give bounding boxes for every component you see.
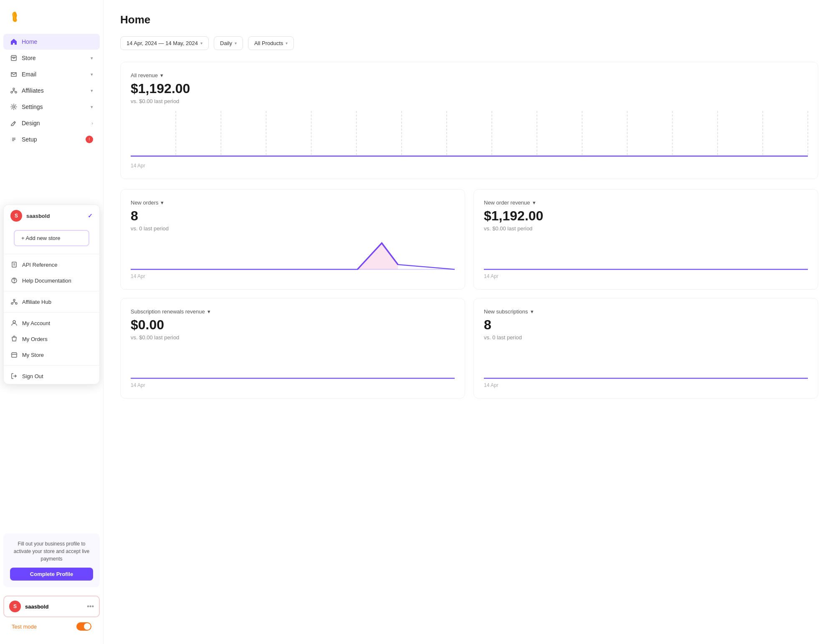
logo[interactable] bbox=[0, 7, 103, 33]
chevron-down-icon: ▾ bbox=[91, 56, 93, 61]
complete-profile-button[interactable]: Complete Profile bbox=[10, 568, 93, 581]
svg-point-8 bbox=[11, 303, 13, 304]
chevron-down-icon: ▾ bbox=[91, 104, 93, 110]
sidebar-item-affiliates[interactable]: Affiliates ▾ bbox=[3, 83, 100, 98]
subscription-renewals-label[interactable]: Subscription renewals revenue ▾ bbox=[131, 308, 455, 315]
period-filter[interactable]: Daily ▾ bbox=[214, 36, 243, 50]
store-avatar: S bbox=[10, 210, 22, 222]
test-mode-bar: Test mode bbox=[3, 617, 100, 634]
date-range-filter[interactable]: 14 Apr, 2024 — 14 May, 2024 ▾ bbox=[120, 36, 209, 50]
chevron-right-icon: › bbox=[91, 121, 93, 126]
settings-icon bbox=[10, 103, 18, 111]
all-revenue-label[interactable]: All revenue ▾ bbox=[131, 72, 808, 78]
chevron-down-icon: ▾ bbox=[91, 72, 93, 77]
current-store-name: saasbold bbox=[26, 213, 50, 219]
dropdown-sign-out-item[interactable]: Sign Out bbox=[4, 368, 99, 384]
affiliate-hub-icon bbox=[10, 298, 18, 306]
svg-point-1 bbox=[13, 88, 15, 90]
new-order-revenue-card: New order revenue ▾ $1,192.00 vs. $0.00 … bbox=[473, 189, 818, 290]
sidebar-item-email[interactable]: Email ▾ bbox=[3, 66, 100, 82]
book-icon bbox=[10, 261, 18, 268]
divider bbox=[4, 254, 99, 254]
test-mode-toggle[interactable] bbox=[76, 622, 91, 631]
new-order-revenue-label[interactable]: New order revenue ▾ bbox=[484, 200, 808, 206]
svg-point-7 bbox=[13, 299, 15, 301]
dropdown-affiliate-hub-label: Affiliate Hub bbox=[22, 299, 51, 305]
chevron-down-icon: ▾ bbox=[286, 41, 288, 45]
subscription-renewals-value: $0.00 bbox=[131, 317, 455, 333]
new-subscriptions-compare: vs. 0 last period bbox=[484, 334, 808, 341]
new-subscriptions-card: New subscriptions ▾ 8 vs. 0 last period … bbox=[473, 298, 818, 399]
dropdown-api-label: API Reference bbox=[22, 262, 58, 268]
sidebar-promo: Fill out your business profile to activa… bbox=[3, 533, 100, 587]
chevron-down-icon: ▾ bbox=[235, 41, 237, 45]
svg-point-10 bbox=[13, 321, 15, 323]
setup-icon bbox=[10, 136, 18, 143]
new-order-revenue-compare: vs. $0.00 last period bbox=[484, 225, 808, 232]
sidebar-item-home[interactable]: Home bbox=[3, 34, 100, 50]
new-subscriptions-date: 14 Apr bbox=[484, 382, 808, 388]
new-order-revenue-chart bbox=[484, 238, 808, 272]
design-icon bbox=[10, 119, 18, 127]
store-dropdown-popup: S saasbold ✓ + Add new store API Referen… bbox=[3, 205, 100, 384]
affiliates-icon bbox=[10, 87, 18, 94]
chevron-down-icon: ▾ bbox=[200, 41, 202, 45]
new-order-revenue-date: 14 Apr bbox=[484, 273, 808, 279]
svg-point-2 bbox=[11, 91, 13, 93]
product-filter[interactable]: All Products ▾ bbox=[248, 36, 294, 50]
new-orders-chart bbox=[131, 238, 455, 272]
divider4 bbox=[4, 365, 99, 366]
new-order-revenue-value: $1,192.00 bbox=[484, 208, 808, 224]
current-store-item[interactable]: S saasbold ✓ bbox=[4, 205, 99, 227]
svg-rect-0 bbox=[11, 57, 16, 61]
period-label: Daily bbox=[220, 40, 232, 46]
add-store-label: + Add new store bbox=[21, 235, 61, 241]
signout-icon bbox=[10, 372, 18, 380]
subscription-renewals-chart bbox=[131, 347, 455, 381]
sidebar-item-design-label: Design bbox=[22, 120, 40, 126]
chevron-down-icon: ▾ bbox=[531, 308, 534, 315]
email-icon bbox=[10, 71, 18, 78]
filter-bar: 14 Apr, 2024 — 14 May, 2024 ▾ Daily ▾ Al… bbox=[120, 36, 818, 50]
date-range-label: 14 Apr, 2024 — 14 May, 2024 bbox=[127, 40, 198, 46]
sidebar-item-store-label: Store bbox=[22, 55, 35, 61]
new-subscriptions-label[interactable]: New subscriptions ▾ bbox=[484, 308, 808, 315]
sidebar-bottom: S saasbold ••• Test mode bbox=[0, 592, 103, 637]
store-small-icon bbox=[10, 351, 18, 359]
store-icon bbox=[10, 54, 18, 62]
dropdown-my-store-item[interactable]: My Store bbox=[4, 347, 99, 363]
chevron-down-icon: ▾ bbox=[207, 308, 210, 315]
chevron-down-icon: ▾ bbox=[160, 72, 163, 78]
new-orders-date: 14 Apr bbox=[131, 273, 455, 279]
test-mode-label: Test mode bbox=[12, 624, 37, 630]
svg-point-3 bbox=[15, 91, 17, 93]
person-icon bbox=[10, 319, 18, 327]
dropdown-help-item[interactable]: Help Documentation bbox=[4, 273, 99, 288]
dropdown-my-account-label: My Account bbox=[22, 320, 50, 326]
new-orders-label[interactable]: New orders ▾ bbox=[131, 200, 455, 206]
sidebar-item-design[interactable]: Design › bbox=[3, 115, 100, 131]
chevron-down-icon: ▾ bbox=[91, 88, 93, 93]
sidebar-item-store[interactable]: Store ▾ bbox=[3, 50, 100, 66]
dropdown-my-orders-item[interactable]: My Orders bbox=[4, 331, 99, 347]
user-bar[interactable]: S saasbold ••• bbox=[3, 596, 100, 617]
chevron-down-icon: ▾ bbox=[533, 200, 536, 206]
dropdown-affiliate-hub-item[interactable]: Affiliate Hub bbox=[4, 294, 99, 310]
main-content: Home 14 Apr, 2024 — 14 May, 2024 ▾ Daily… bbox=[104, 0, 835, 644]
sidebar-item-settings[interactable]: Settings ▾ bbox=[3, 99, 100, 115]
more-icon[interactable]: ••• bbox=[87, 603, 94, 610]
all-revenue-section: All revenue ▾ $1,192.00 vs. $0.00 last p… bbox=[120, 62, 818, 179]
sidebar-item-setup[interactable]: Setup ! bbox=[3, 131, 100, 147]
dropdown-sign-out-label: Sign Out bbox=[22, 373, 43, 379]
sidebar-item-email-label: Email bbox=[22, 71, 36, 78]
subscription-renewals-card: Subscription renewals revenue ▾ $0.00 vs… bbox=[120, 298, 465, 399]
dropdown-api-item[interactable]: API Reference bbox=[4, 257, 99, 273]
help-icon bbox=[10, 277, 18, 284]
dropdown-my-account-item[interactable]: My Account bbox=[4, 315, 99, 331]
add-store-button[interactable]: + Add new store bbox=[14, 230, 89, 246]
sidebar-item-affiliates-label: Affiliates bbox=[22, 87, 44, 94]
new-orders-compare: vs. 0 last period bbox=[131, 225, 455, 232]
promo-text: Fill out your business profile to activa… bbox=[10, 540, 93, 563]
user-avatar: S bbox=[9, 601, 21, 612]
page-title: Home bbox=[120, 13, 818, 26]
